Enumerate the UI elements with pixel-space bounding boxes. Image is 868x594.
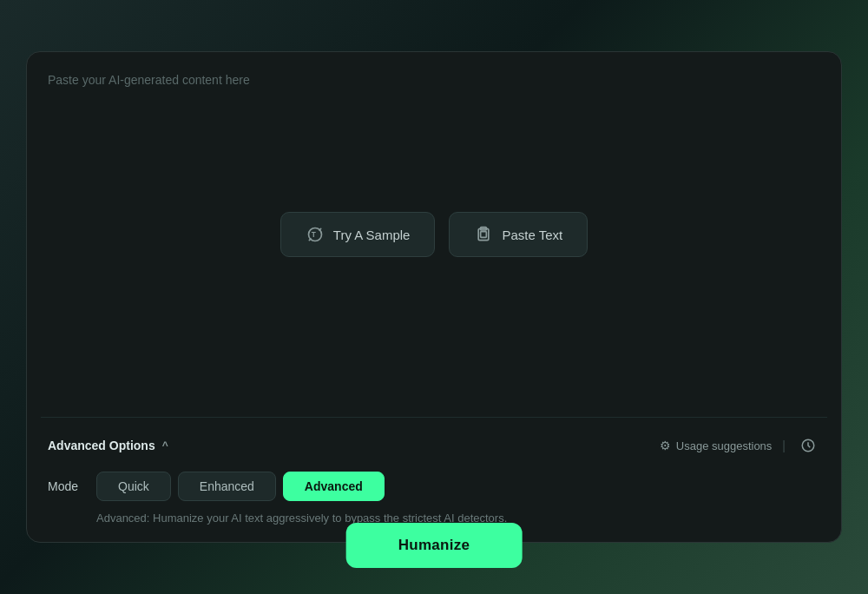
usage-section: ⚙ Usage suggestions |: [660, 433, 820, 458]
advanced-options-toggle[interactable]: Advanced Options ^: [48, 439, 168, 452]
paste-text-label: Paste Text: [502, 228, 562, 242]
usage-suggestions-button[interactable]: ⚙ Usage suggestions: [660, 439, 773, 452]
mode-quick-label: Quick: [118, 479, 149, 493]
mode-buttons-group: Quick Enhanced Advanced: [96, 472, 385, 501]
lightbulb-icon: ⚙: [660, 439, 671, 452]
humanize-label: Humanize: [398, 537, 470, 553]
advanced-header: Advanced Options ^ ⚙ Usage suggestions |: [48, 433, 820, 458]
paste-text-icon: [474, 225, 493, 244]
humanize-button[interactable]: Humanize: [346, 523, 523, 568]
main-panel: Paste your AI-generated content here T T…: [26, 51, 842, 543]
mode-quick-button[interactable]: Quick: [96, 472, 171, 501]
mode-advanced-button[interactable]: Advanced: [283, 472, 385, 501]
history-button[interactable]: [796, 433, 820, 458]
mode-enhanced-label: Enhanced: [200, 479, 254, 493]
svg-text:T: T: [312, 230, 316, 239]
usage-suggestions-label: Usage suggestions: [676, 439, 773, 452]
try-sample-icon: T: [306, 225, 325, 244]
advanced-options-label: Advanced Options: [48, 439, 155, 452]
paste-text-button[interactable]: Paste Text: [449, 212, 588, 257]
svg-rect-4: [481, 232, 487, 238]
center-action-buttons: T Try A Sample Paste Text: [280, 212, 588, 257]
humanize-button-container: Humanize: [346, 523, 523, 568]
content-area[interactable]: Paste your AI-generated content here T T…: [27, 52, 841, 417]
mode-advanced-label: Advanced: [305, 479, 363, 493]
mode-enhanced-button[interactable]: Enhanced: [178, 472, 276, 501]
mode-row: Mode Quick Enhanced Advanced: [48, 472, 820, 501]
textarea-placeholder: Paste your AI-generated content here: [48, 73, 250, 87]
pipe-divider: |: [782, 439, 786, 452]
try-sample-button[interactable]: T Try A Sample: [280, 212, 436, 257]
chevron-up-icon: ^: [162, 439, 168, 452]
try-sample-label: Try A Sample: [333, 228, 411, 242]
mode-label: Mode: [48, 479, 82, 493]
